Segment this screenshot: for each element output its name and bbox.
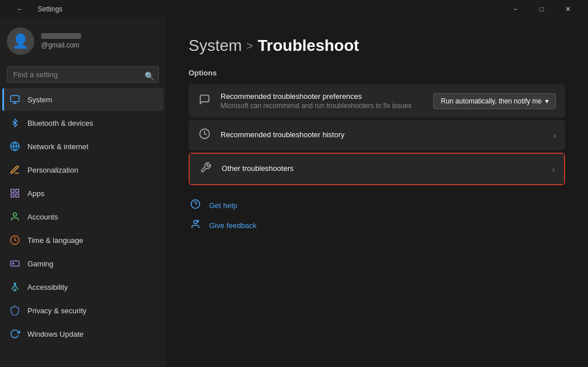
svg-rect-4 xyxy=(11,194,14,197)
give-feedback-row[interactable]: Give feedback xyxy=(189,219,565,232)
section-label: Options xyxy=(189,69,565,77)
get-help-icon xyxy=(189,199,202,212)
personalization-icon xyxy=(9,164,21,175)
accounts-icon xyxy=(9,211,21,222)
setting-other-row[interactable]: Other troubleshooters › xyxy=(190,154,564,184)
search-button[interactable]: 🔍 xyxy=(145,71,154,81)
sidebar-item-apps[interactable]: Apps xyxy=(2,182,163,205)
breadcrumb-system[interactable]: System xyxy=(189,37,242,55)
bluetooth-icon xyxy=(9,117,21,129)
maximize-button[interactable]: □ xyxy=(529,0,555,18)
preferences-desc: Microsoft can recommend and run troubles… xyxy=(221,102,424,110)
other-troubleshooters-icon xyxy=(199,162,213,176)
preferences-dropdown[interactable]: Run automatically, then notify me ▾ xyxy=(433,93,556,109)
svg-point-6 xyxy=(13,213,17,216)
sidebar-item-personalization[interactable]: Personalization xyxy=(2,158,163,181)
get-help-label[interactable]: Get help xyxy=(209,201,237,210)
privacy-icon xyxy=(9,305,21,316)
close-button[interactable]: ✕ xyxy=(555,0,581,18)
apps-icon xyxy=(9,188,21,199)
svg-rect-0 xyxy=(11,95,19,102)
history-content: Recommended troubleshooter history xyxy=(221,130,544,140)
sidebar-item-privacy[interactable]: Privacy & security xyxy=(2,299,163,322)
window-controls: − □ ✕ xyxy=(502,0,581,18)
preferences-action: Run automatically, then notify me ▾ xyxy=(433,93,556,109)
preferences-content: Recommended troubleshooter preferences M… xyxy=(221,92,424,110)
back-icon: ← xyxy=(17,5,23,13)
avatar: 👤 xyxy=(7,27,34,55)
titlebar: ← Settings − □ ✕ xyxy=(0,0,588,18)
setting-preferences-row[interactable]: Recommended troubleshooter preferences M… xyxy=(189,84,565,118)
history-action: › xyxy=(553,131,556,140)
setting-other-card-highlighted: Other troubleshooters › xyxy=(189,153,565,185)
nav-list: System Bluetooth & devices Network & int… xyxy=(0,87,166,346)
time-icon xyxy=(9,234,21,246)
setting-history-row[interactable]: Recommended troubleshooter history › xyxy=(189,120,565,150)
sidebar-item-gaming[interactable]: Gaming xyxy=(2,252,163,275)
sidebar-item-time[interactable]: Time & language xyxy=(2,229,163,252)
links-section: Get help Give feedback xyxy=(189,199,565,232)
svg-rect-2 xyxy=(11,189,14,192)
sidebar-item-label-accessibility: Accessibility xyxy=(27,283,68,292)
setting-preferences-card: Recommended troubleshooter preferences M… xyxy=(189,84,565,118)
other-content: Other troubleshooters xyxy=(222,164,543,174)
svg-rect-5 xyxy=(16,194,19,197)
sidebar-item-accessibility[interactable]: Accessibility xyxy=(2,276,163,298)
preferences-icon xyxy=(198,94,211,108)
sidebar-item-label-bluetooth: Bluetooth & devices xyxy=(27,119,93,127)
sidebar-item-accounts[interactable]: Accounts xyxy=(2,205,163,228)
other-action: › xyxy=(552,165,555,174)
breadcrumb-current: Troubleshoot xyxy=(258,37,359,55)
system-icon xyxy=(9,94,21,105)
user-profile[interactable]: 👤 @gmail.com xyxy=(0,18,166,64)
user-email: @gmail.com xyxy=(41,41,81,49)
breadcrumb: System > Troubleshoot xyxy=(189,37,565,55)
content-area: System > Troubleshoot Options Recommende… xyxy=(166,18,588,367)
history-icon xyxy=(198,128,211,142)
accessibility-icon xyxy=(9,281,21,293)
app-title: Settings xyxy=(38,5,62,13)
user-info: @gmail.com xyxy=(41,33,81,49)
user-name-bar xyxy=(41,33,81,39)
sidebar-item-label-gaming: Gaming xyxy=(27,260,54,268)
history-chevron-icon: › xyxy=(553,131,556,140)
network-icon xyxy=(9,141,21,152)
sidebar-item-label-system: System xyxy=(27,95,52,104)
give-feedback-label[interactable]: Give feedback xyxy=(209,221,257,230)
chevron-down-icon: ▾ xyxy=(545,97,549,105)
other-chevron-icon: › xyxy=(552,165,555,174)
sidebar-item-label-time: Time & language xyxy=(27,236,83,245)
svg-point-9 xyxy=(14,283,16,285)
main-layout: 👤 @gmail.com 🔍 System xyxy=(0,18,588,367)
sidebar-item-update[interactable]: Windows Update xyxy=(2,322,163,345)
sidebar-item-system[interactable]: System xyxy=(2,88,163,111)
sidebar: 👤 @gmail.com 🔍 System xyxy=(0,18,166,367)
preferences-title: Recommended troubleshooter preferences xyxy=(221,92,424,101)
get-help-row[interactable]: Get help xyxy=(189,199,565,212)
dropdown-label: Run automatically, then notify me xyxy=(441,97,542,105)
svg-point-13 xyxy=(194,220,197,224)
svg-rect-3 xyxy=(16,189,19,192)
minimize-button[interactable]: − xyxy=(502,0,529,18)
search-container: 🔍 xyxy=(0,64,166,87)
sidebar-item-label-network: Network & internet xyxy=(27,142,89,151)
sidebar-item-label-accounts: Accounts xyxy=(27,213,58,221)
give-feedback-icon xyxy=(189,219,202,232)
gaming-icon xyxy=(9,258,21,269)
search-input[interactable] xyxy=(7,66,159,83)
update-icon xyxy=(9,328,21,340)
sidebar-item-bluetooth[interactable]: Bluetooth & devices xyxy=(2,111,163,134)
sidebar-item-label-apps: Apps xyxy=(27,189,45,198)
setting-history-card: Recommended troubleshooter history › xyxy=(189,120,565,150)
sidebar-item-label-privacy: Privacy & security xyxy=(27,306,86,315)
sidebar-item-network[interactable]: Network & internet xyxy=(2,135,163,158)
breadcrumb-arrow: > xyxy=(246,39,253,53)
user-avatar-icon: 👤 xyxy=(12,33,29,49)
sidebar-item-label-update: Windows Update xyxy=(27,330,83,338)
back-button[interactable]: ← xyxy=(7,0,33,18)
sidebar-item-label-personalization: Personalization xyxy=(27,166,78,174)
history-title: Recommended troubleshooter history xyxy=(221,130,544,139)
other-title: Other troubleshooters xyxy=(222,164,543,173)
